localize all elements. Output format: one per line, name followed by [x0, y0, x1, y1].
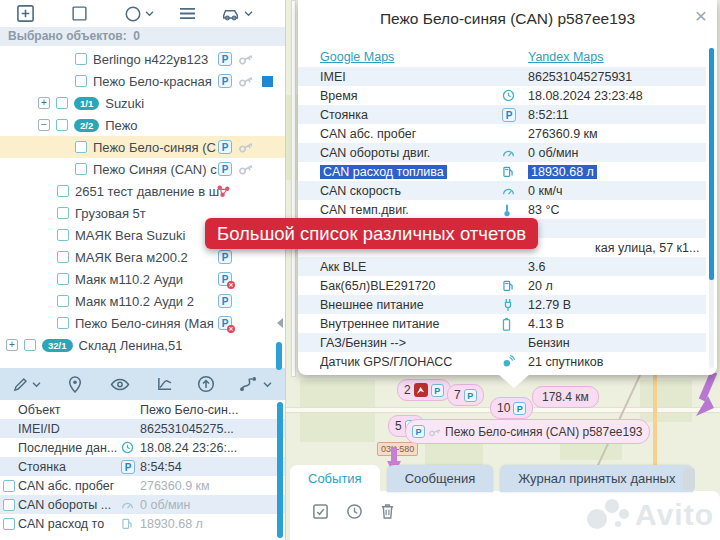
select-checkbox-icon[interactable] [312, 503, 329, 520]
detail-row: CAN расход то 18930.68 л [0, 514, 285, 533]
cluster-count: 5 [395, 419, 402, 433]
circle-tool-button[interactable] [124, 5, 154, 23]
checkbox[interactable] [57, 185, 69, 197]
close-icon[interactable]: × [695, 6, 707, 26]
send-button[interactable] [197, 375, 215, 393]
visibility-button[interactable] [110, 378, 130, 391]
checkbox[interactable] [57, 207, 69, 219]
map-cluster-7[interactable]: 7 P [447, 384, 484, 406]
expand-icon[interactable]: + [38, 97, 50, 109]
avito-logo-icon [585, 498, 631, 532]
tree-group[interactable]: − 2/2 Пежо [0, 114, 285, 136]
checkbox[interactable] [57, 273, 69, 285]
detail-row: IMEI/ID 862531045275... [0, 419, 285, 438]
tree-item[interactable]: Маяк м110.2 Ауди P✕ [0, 268, 285, 290]
tab-data-log[interactable]: Журнал принятых данных [500, 465, 693, 492]
collapse-icon[interactable]: − [38, 119, 50, 131]
tree-item-selected[interactable]: Пежо Бело-синяя (С P [0, 136, 285, 158]
checkbox[interactable] [56, 97, 68, 109]
chevron-down-icon [244, 10, 253, 17]
object-details: Объект Пежо Бело-син... IMEI/ID 86253104… [0, 400, 285, 540]
google-maps-link[interactable]: Google Maps [320, 50, 394, 64]
bottom-tabs: События Сообщения Журнал принятых данных [290, 465, 693, 492]
popup-row-akk-ble: Акк BLE 3.6 [298, 257, 706, 276]
yandex-maps-link[interactable]: Yandex Maps [528, 50, 604, 64]
checkbox[interactable] [75, 141, 87, 153]
add-unit-button[interactable] [16, 4, 35, 23]
map-vehicle-label[interactable]: P Пежо Бело-синяя (CAN) p587ee193 [405, 419, 650, 444]
eye-icon [110, 378, 130, 391]
tab-messages[interactable]: Сообщения [387, 465, 494, 492]
thermometer-icon [502, 203, 528, 217]
tabs-scrollbar[interactable] [683, 468, 695, 490]
popup-row-imei: IMEI 862531045275931 [298, 67, 706, 86]
fuel-icon [121, 517, 133, 530]
clock-icon[interactable] [346, 503, 363, 520]
parking-icon: P [218, 250, 232, 264]
fuel-icon [502, 165, 528, 178]
checkbox[interactable] [24, 339, 36, 351]
circle-icon [124, 5, 142, 23]
tree-item[interactable]: Berlingo н422ув123 P [0, 48, 285, 70]
locate-button[interactable] [68, 376, 82, 393]
popup-row-speed: CAN скорость 0 км/ч [298, 181, 706, 200]
cluster-count: 10 [497, 401, 510, 415]
tree-group[interactable]: + 32/1 Склад Ленина,51 [0, 334, 285, 356]
tree-item[interactable]: МАЯК Вега м200.2 P [0, 246, 285, 268]
checkbox[interactable] [3, 499, 15, 511]
checkbox[interactable] [57, 251, 69, 263]
map-road [653, 375, 657, 467]
checkbox[interactable] [3, 518, 15, 530]
satellite-icon [502, 355, 528, 368]
selection-count: 0 [133, 29, 140, 43]
geofence-button[interactable] [71, 5, 88, 22]
checkbox[interactable] [57, 229, 69, 241]
add-square-icon [16, 4, 35, 23]
tree-item[interactable]: Пежо Синяя (CAN) с P [0, 158, 285, 180]
plug-icon [502, 298, 528, 312]
parking-icon: P [464, 389, 477, 402]
chart-button[interactable] [156, 376, 173, 392]
vehicle-info-popup: Пежо Бело-синяя (CAN) p587ee193 × Google… [298, 0, 717, 375]
list-view-button[interactable] [178, 6, 197, 21]
detail-row: CAN абс. пробег 276360.9 км [0, 476, 285, 495]
tree-item[interactable]: Пежо Бело-синяя (Мая P✕ [0, 312, 285, 334]
object-tree: Berlingo н422ув123 P Пежо Бело-красная P… [0, 48, 285, 356]
edit-button[interactable] [12, 376, 41, 393]
tree-item[interactable]: Маяк м110.2 Ауди 2 P [0, 290, 285, 312]
checkbox[interactable] [75, 163, 87, 175]
collapse-panel-icon[interactable] [277, 318, 283, 328]
convoy-button[interactable] [221, 6, 253, 21]
expand-icon[interactable]: + [6, 339, 18, 351]
checkbox[interactable] [57, 295, 69, 307]
tree-item[interactable]: Пежо Бело-красная P [0, 70, 285, 92]
map-block [640, 380, 692, 422]
popup-scrollbar-thumb[interactable] [709, 48, 714, 280]
gauge-icon [502, 147, 528, 158]
track-button[interactable] [239, 377, 272, 392]
cluster-count: 2 [404, 383, 411, 397]
checkbox[interactable] [3, 480, 15, 492]
details-scrollbar-thumb[interactable] [277, 402, 283, 538]
tree-scrollbar-thumb[interactable] [276, 342, 282, 370]
detail-row: Последние дан... 18.08.24 23:26:... [0, 438, 285, 457]
key-icon [236, 72, 256, 90]
detail-row: Объект Пежо Бело-син... [0, 400, 285, 419]
tree-item[interactable]: 2651 тест давление в ш [0, 180, 285, 202]
tab-events[interactable]: События [290, 465, 380, 492]
tracking-app: 2 P 7 P 10 P 178.4 км 5 P P Пежо Бе [0, 0, 720, 540]
popup-row-parking: Стоянка P 8:52:11 [298, 105, 706, 124]
map-cluster-2[interactable]: 2 P [397, 379, 451, 401]
popup-pointer [498, 374, 530, 388]
count-badge: 32/1 [42, 339, 73, 352]
checkbox[interactable] [57, 317, 69, 329]
tree-group[interactable]: + 1/1 Suzuki [0, 92, 285, 114]
popup-row-tank: Бак(65л)BLE291720 20 л [298, 276, 706, 295]
gauge-icon [502, 185, 528, 196]
map-cluster-10[interactable]: 10 P [490, 397, 533, 419]
trash-icon[interactable] [380, 503, 395, 520]
pressure-sensor-icon [216, 184, 231, 198]
checkbox[interactable] [56, 119, 68, 131]
checkbox[interactable] [75, 75, 87, 87]
checkbox[interactable] [75, 53, 87, 65]
